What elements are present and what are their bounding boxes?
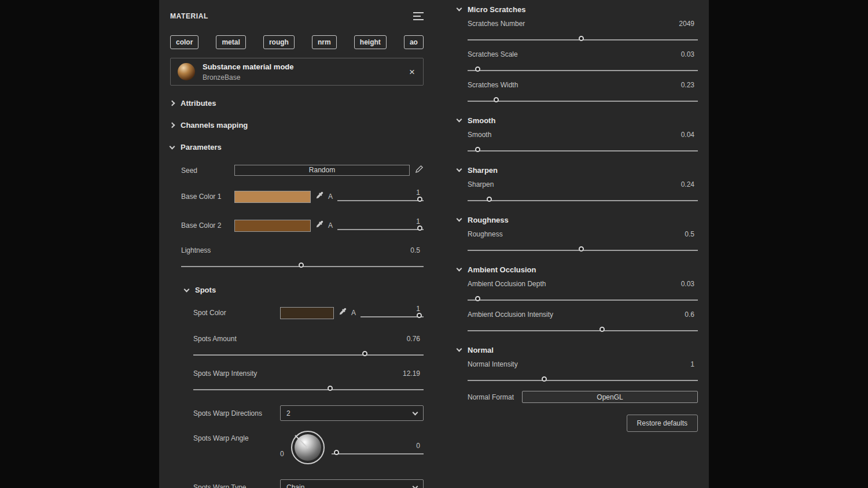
base-color-2-swatch[interactable] — [234, 220, 311, 232]
slider-knob[interactable] — [475, 296, 480, 301]
eyedropper-icon[interactable] — [315, 191, 323, 202]
section-sharpen-label: Sharpen — [468, 166, 498, 175]
ao-intensity-slider[interactable] — [468, 327, 698, 335]
base-color-2-alpha-slider[interactable] — [337, 225, 424, 234]
menu-icon[interactable] — [413, 12, 424, 20]
section-ambient-occlusion[interactable]: Ambient Occlusion — [457, 265, 698, 274]
base-color-1-alpha-value: 1 — [337, 188, 424, 197]
ao-depth-slider[interactable] — [468, 296, 698, 304]
spots-warp-type-select[interactable]: Chain — [280, 479, 424, 488]
normal-intensity-label: Normal Intensity — [468, 360, 518, 368]
slider-knob[interactable] — [334, 450, 339, 455]
slider-knob[interactable] — [362, 351, 367, 356]
normal-intensity-slider[interactable] — [468, 376, 698, 385]
channel-rough-button[interactable]: rough — [263, 35, 295, 49]
channel-metal-button[interactable]: metal — [216, 35, 245, 49]
material-name: BronzeBase — [203, 73, 400, 82]
seed-label: Seed — [181, 167, 234, 175]
scratches-width-slider[interactable] — [468, 97, 698, 105]
spots-amount-value: 0.76 — [407, 335, 424, 343]
spots-warp-intensity-value: 12.19 — [403, 369, 424, 378]
normal-format-button[interactable]: OpenGL — [522, 391, 698, 403]
slider-knob[interactable] — [328, 386, 333, 391]
section-channels-mapping[interactable]: Channels mapping — [170, 121, 424, 130]
slider-track — [193, 354, 424, 356]
section-micro-scratches[interactable]: Micro Scratches — [457, 5, 698, 14]
slider-knob[interactable] — [475, 66, 480, 72]
material-column: MATERIAL color metal rough nrm height ao… — [170, 0, 424, 488]
viewport: MATERIAL color metal rough nrm height ao… — [0, 0, 868, 488]
section-parameters-label: Parameters — [181, 143, 222, 151]
spot-color-row: Spot Color A 1 — [193, 305, 424, 321]
normal-intensity-param: Normal Intensity 1 — [468, 360, 698, 385]
spots-warp-angle-dial[interactable] — [291, 431, 325, 464]
spot-color-swatch[interactable] — [280, 307, 334, 319]
channel-height-button[interactable]: height — [354, 35, 387, 49]
scratches-scale-slider[interactable] — [468, 66, 698, 75]
smooth-label: Smooth — [468, 131, 491, 139]
smooth-slider[interactable] — [468, 147, 698, 155]
base-color-2-alpha: 1 — [337, 217, 424, 234]
scratches-scale-param: Scratches Scale 0.03 — [468, 50, 698, 75]
lightness-param: Lightness 0.5 — [181, 246, 424, 271]
spots-warp-angle-dial-value: 0 — [280, 450, 284, 458]
chevron-down-icon — [413, 409, 418, 415]
slider-knob[interactable] — [475, 147, 480, 152]
scratches-number-value: 2049 — [679, 20, 698, 28]
spots-amount-slider[interactable] — [193, 351, 424, 359]
slider-knob[interactable] — [299, 263, 304, 268]
ao-depth-label: Ambient Occlusion Depth — [468, 280, 546, 288]
slider-knob[interactable] — [487, 197, 492, 202]
scratches-number-label: Scratches Number — [468, 20, 525, 28]
slider-knob[interactable] — [494, 97, 499, 102]
lightness-row: Lightness 0.5 — [181, 246, 424, 256]
ambient-occlusion-body: Ambient Occlusion Depth 0.03 Ambient Occ… — [468, 280, 698, 335]
spots-warp-angle-slider[interactable] — [332, 450, 424, 458]
sharpen-slider[interactable] — [468, 197, 698, 205]
spots-warp-directions-select[interactable]: 2 — [280, 405, 424, 421]
spots-amount-param: Spots Amount 0.76 — [193, 335, 424, 359]
restore-defaults-button[interactable]: Restore defaults — [627, 415, 698, 432]
section-smooth[interactable]: Smooth — [457, 116, 698, 125]
section-sharpen[interactable]: Sharpen — [457, 165, 698, 175]
slider-track — [193, 389, 424, 390]
slider-knob[interactable] — [417, 197, 422, 202]
scratches-number-slider[interactable] — [468, 36, 698, 44]
slider-knob[interactable] — [417, 225, 422, 231]
section-normal[interactable]: Normal — [457, 345, 698, 354]
channel-color-button[interactable]: color — [170, 35, 198, 49]
spots-warp-directions-label: Spots Warp Directions — [193, 409, 280, 417]
section-roughness[interactable]: Roughness — [457, 215, 698, 224]
section-roughness-label: Roughness — [468, 216, 509, 224]
sharpen-param: Sharpen 0.24 — [468, 180, 698, 205]
channel-nrm-button[interactable]: nrm — [312, 35, 337, 49]
chevron-down-icon — [457, 6, 462, 12]
base-color-1-swatch[interactable] — [234, 191, 311, 203]
roughness-slider[interactable] — [468, 246, 698, 254]
slider-knob[interactable] — [579, 36, 584, 41]
section-parameters[interactable]: Parameters — [170, 143, 424, 151]
seed-input[interactable]: Random — [234, 165, 410, 176]
substance-material-card[interactable]: Substance material mode BronzeBase × — [170, 58, 424, 86]
spots-warp-intensity-slider[interactable] — [193, 386, 424, 394]
lightness-slider[interactable] — [181, 263, 424, 271]
roughness-body: Roughness 0.5 — [468, 230, 698, 254]
spots-warp-directions-value: 2 — [286, 409, 290, 417]
slider-track — [337, 200, 424, 201]
section-attributes-label: Attributes — [181, 99, 216, 108]
slider-knob[interactable] — [599, 327, 605, 332]
eyedropper-icon[interactable] — [339, 308, 347, 318]
channel-ao-button[interactable]: ao — [404, 35, 424, 49]
normal-body: Normal Intensity 1 Normal Format OpenGL … — [468, 360, 698, 432]
scratches-width-param: Scratches Width 0.23 — [468, 81, 698, 105]
eyedropper-icon[interactable] — [315, 220, 323, 231]
slider-knob[interactable] — [579, 246, 584, 252]
edit-pencil-icon[interactable] — [415, 165, 424, 176]
section-spots[interactable]: Spots — [185, 286, 424, 294]
parameters-body: Seed Random Base Color 1 A 1 — [181, 165, 424, 488]
slider-knob[interactable] — [417, 313, 422, 318]
section-attributes[interactable]: Attributes — [170, 99, 424, 108]
spot-color-alpha-slider[interactable] — [361, 313, 424, 321]
base-color-1-alpha-slider[interactable] — [337, 197, 424, 205]
close-icon[interactable]: × — [408, 67, 416, 77]
